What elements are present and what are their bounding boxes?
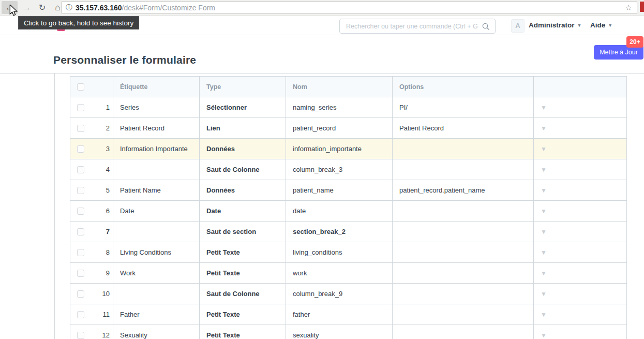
row-index: 1 bbox=[106, 104, 110, 111]
row-index: 3 bbox=[106, 145, 110, 153]
field-label: Series bbox=[113, 97, 200, 118]
row-expand-caret-icon[interactable]: ▼ bbox=[541, 270, 547, 277]
table-row[interactable]: 2 Patient Record Lien patient_record Pat… bbox=[70, 118, 627, 139]
row-checkbox[interactable] bbox=[77, 228, 84, 235]
field-type: Lien bbox=[200, 118, 286, 139]
table-row[interactable]: 8 Living Conditions Petit Texte living_c… bbox=[70, 242, 627, 263]
table-row[interactable]: 10 Saut de Colonne column_break_9 ▼ bbox=[70, 284, 627, 304]
notification-badge[interactable]: 20+ bbox=[626, 36, 643, 48]
row-expand-caret-icon[interactable]: ▼ bbox=[541, 228, 547, 235]
table-row[interactable]: 3 Information Importante Données informa… bbox=[70, 139, 627, 159]
field-name: patient_record bbox=[286, 118, 393, 139]
table-row[interactable]: 7 Saut de section section_break_2 ▼ bbox=[70, 222, 627, 242]
row-index: 8 bbox=[106, 248, 110, 256]
address-bar[interactable]: ⓘ 35.157.63.160/desk#Form/Customize Form… bbox=[61, 1, 637, 14]
row-checkbox[interactable] bbox=[77, 290, 84, 298]
reload-icon[interactable]: ↻ bbox=[34, 1, 50, 14]
field-table-body: 1 Series Sélectionner naming_series PI/ … bbox=[70, 97, 627, 339]
row-index: 9 bbox=[106, 269, 110, 277]
row-index: 7 bbox=[106, 228, 110, 235]
page-content: Étiquette Type Nom Options 1 Series Séle… bbox=[0, 73, 644, 339]
user-dropdown[interactable]: Administrator▼ bbox=[529, 16, 581, 35]
row-index: 5 bbox=[106, 186, 110, 194]
row-expand-caret-icon[interactable]: ▼ bbox=[541, 145, 547, 153]
row-checkbox[interactable] bbox=[77, 125, 84, 132]
grid-header-row: Étiquette Type Nom Options bbox=[70, 77, 627, 97]
page-info-icon[interactable]: ⓘ bbox=[66, 3, 72, 12]
search-input[interactable] bbox=[340, 19, 495, 33]
field-options bbox=[393, 263, 534, 284]
field-name: naming_series bbox=[286, 97, 393, 118]
column-header-label: Étiquette bbox=[113, 77, 200, 97]
row-checkbox[interactable] bbox=[77, 270, 84, 277]
row-checkbox[interactable] bbox=[77, 166, 84, 173]
field-options: patient_record.patient_name bbox=[393, 180, 534, 201]
chevron-down-icon: ▼ bbox=[577, 23, 582, 28]
select-all-checkbox[interactable] bbox=[77, 83, 84, 91]
row-expand-caret-icon[interactable]: ▼ bbox=[541, 187, 547, 194]
table-row[interactable]: 6 Date Date date ▼ bbox=[70, 201, 627, 222]
field-label: Sexuality bbox=[113, 325, 200, 339]
row-checkbox[interactable] bbox=[77, 104, 84, 111]
field-name: information_importante bbox=[286, 139, 393, 159]
page-title: Personnaliser le formulaire bbox=[53, 54, 196, 66]
field-type: Saut de Colonne bbox=[200, 159, 286, 180]
row-expand-caret-icon[interactable]: ▼ bbox=[541, 208, 547, 215]
browser-toolbar: ← → ↻ ⌂ ⓘ 35.157.63.160/desk#Form/Custom… bbox=[0, 0, 644, 16]
field-type: Données bbox=[200, 180, 286, 201]
row-checkbox[interactable] bbox=[77, 145, 84, 153]
row-index: 11 bbox=[103, 311, 110, 318]
column-header-options: Options bbox=[393, 77, 534, 97]
bookmark-star-icon[interactable]: ☆ bbox=[625, 3, 632, 12]
browser-extension-icon[interactable] bbox=[640, 2, 644, 12]
field-label: Information Importante bbox=[113, 139, 200, 159]
field-name: column_break_9 bbox=[286, 284, 393, 304]
url-path: /desk#Form/Customize Form bbox=[122, 4, 215, 12]
row-checkbox[interactable] bbox=[77, 311, 84, 318]
table-row[interactable]: 1 Series Sélectionner naming_series PI/ … bbox=[70, 97, 627, 118]
row-checkbox[interactable] bbox=[77, 249, 84, 256]
table-row[interactable]: 5 Patient Name Données patient_name pati… bbox=[70, 180, 627, 201]
field-type: Petit Texte bbox=[200, 242, 286, 263]
row-checkbox[interactable] bbox=[77, 187, 84, 194]
column-header-name: Nom bbox=[286, 77, 393, 97]
field-label: Patient Record bbox=[113, 118, 200, 139]
row-checkbox[interactable] bbox=[77, 332, 84, 339]
field-label: Work bbox=[113, 263, 200, 284]
url-host: 35.157.63.160 bbox=[76, 4, 122, 12]
field-name: column_break_3 bbox=[286, 159, 393, 180]
table-row[interactable]: 11 Father Petit Texte father ▼ bbox=[70, 304, 627, 325]
field-type: Données bbox=[200, 139, 286, 159]
row-expand-caret-icon[interactable]: ▼ bbox=[541, 166, 547, 173]
row-expand-caret-icon[interactable]: ▼ bbox=[541, 311, 547, 318]
row-expand-caret-icon[interactable]: ▼ bbox=[541, 332, 547, 339]
field-label bbox=[113, 284, 200, 304]
field-label bbox=[113, 159, 200, 180]
field-options bbox=[393, 159, 534, 180]
page-header: Personnaliser le formulaire Mettre à Jou… bbox=[0, 35, 644, 73]
field-label: Date bbox=[113, 201, 200, 222]
table-row[interactable]: 4 Saut de Colonne column_break_3 ▼ bbox=[70, 159, 627, 180]
field-type: Saut de section bbox=[200, 222, 286, 242]
back-button-tooltip: Click to go back, hold to see history bbox=[18, 16, 139, 30]
row-expand-caret-icon[interactable]: ▼ bbox=[541, 249, 547, 256]
field-type: Petit Texte bbox=[200, 263, 286, 284]
avatar[interactable]: A bbox=[511, 19, 525, 33]
row-expand-caret-icon[interactable]: ▼ bbox=[541, 290, 547, 298]
row-expand-caret-icon[interactable]: ▼ bbox=[541, 104, 547, 111]
field-name: patient_name bbox=[286, 180, 393, 201]
table-row[interactable]: 12 Sexuality Petit Texte sexuality ▼ bbox=[70, 325, 627, 339]
forward-icon[interactable]: → bbox=[19, 1, 35, 14]
field-options: PI/ bbox=[393, 97, 534, 118]
help-dropdown[interactable]: Aide▼ bbox=[590, 16, 612, 35]
table-row[interactable]: 9 Work Petit Texte work ▼ bbox=[70, 263, 627, 284]
row-expand-caret-icon[interactable]: ▼ bbox=[541, 125, 547, 132]
row-index: 6 bbox=[106, 207, 110, 215]
field-type: Petit Texte bbox=[200, 325, 286, 339]
row-checkbox[interactable] bbox=[77, 208, 84, 215]
fields-grid: Étiquette Type Nom Options 1 Series Séle… bbox=[70, 76, 627, 339]
field-label: Living Conditions bbox=[113, 242, 200, 263]
column-header-actions bbox=[534, 77, 627, 97]
url-text: 35.157.63.160/desk#Form/Customize Form bbox=[76, 4, 215, 12]
sidebar-divider bbox=[54, 73, 55, 339]
